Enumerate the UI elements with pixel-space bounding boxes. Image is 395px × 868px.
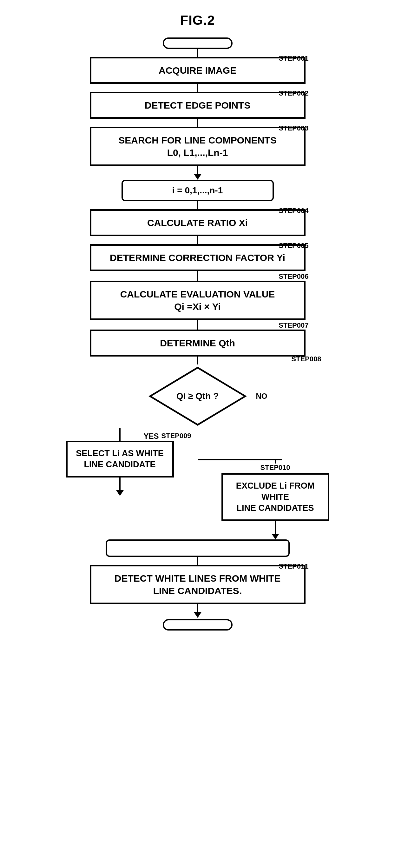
connector-11 [197,604,198,612]
connector-3 [197,119,198,127]
left-branch: STEP009 SELECT Li AS WHITELINE CANDIDATE [42,428,198,539]
detect-edge-box: DETECT EDGE POINTS [90,92,305,119]
step005-label: STEP005 [278,242,308,250]
step003-label: STEP003 [278,124,308,132]
step008-label: STEP008 [291,355,321,363]
right-connector-0 [275,460,276,464]
step007-area: STEP007 [87,320,309,330]
search-line-text: SEARCH FOR LINE COMPONENTSL0, L1,...,Ln-… [101,134,294,159]
step006-area: STEP006 [87,271,309,281]
figure-title: FIG.2 [180,13,215,28]
arrow-final [194,612,201,618]
connector-4 [197,166,198,174]
det-correction-box: DETERMINE CORRECTION FACTOR Yi [90,244,305,271]
exclude-li-text: EXCLUDE Li FROM WHITELINE CANDIDATES [229,480,321,514]
branch-connectors: STEP009 SELECT Li AS WHITELINE CANDIDATE… [42,428,353,539]
connector-10 [197,557,198,565]
page: FIG.2 STEP001 ACQUIRE IMAGE STEP002 DETE… [0,0,395,868]
step004-label: STEP004 [278,207,308,215]
search-line-box: SEARCH FOR LINE COMPONENTSL0, L1,...,Ln-… [90,127,305,166]
right-arrow [271,534,279,539]
left-connector-1 [119,428,121,441]
connector-2 [197,84,198,92]
no-label: NO [256,392,267,401]
acquire-image-box: ACQUIRE IMAGE [90,57,305,84]
step007-label: STEP007 [278,321,308,330]
connector-6 [197,236,198,244]
left-arrow [116,490,124,496]
branch-section: STEP008 Qi ≥ Qth ? NO YES [42,365,353,539]
calc-eval-box: CALCULATE EVALUATION VALUEQi =Xi × Yi [90,281,305,320]
connector-7 [197,271,198,281]
right-branch: STEP010 EXCLUDE Li FROM WHITELINE CANDID… [198,428,353,539]
connector-5 [197,201,198,209]
merge-area [106,539,290,557]
calc-eval-text: CALCULATE EVALUATION VALUEQi =Xi × Yi [101,288,294,313]
exclude-li-box: EXCLUDE Li FROM WHITELINE CANDIDATES [222,473,329,521]
start-box [163,37,233,49]
select-li-box: SELECT Li AS WHITELINE CANDIDATE [66,441,174,477]
diamond-area: STEP008 Qi ≥ Qth ? NO YES [42,365,353,428]
connector-1 [197,49,198,57]
step010-label-row: STEP010 [198,464,353,473]
left-connector-2 [119,477,121,490]
step006-label: STEP006 [278,272,308,281]
arrow-1 [194,174,201,180]
diamond-text: Qi ≥ Qth ? [176,390,219,402]
detect-white-box: DETECT WHITE LINES FROM WHITELINE CANDID… [90,565,305,604]
step011-label: STEP011 [278,562,308,570]
step010-label: STEP010 [260,464,290,472]
connector-9 [197,356,198,365]
right-connector-2 [275,521,276,534]
end-box [163,619,233,630]
step009-label: STEP009 [161,432,191,440]
merge-box [106,539,290,557]
detect-white-text: DETECT WHITE LINES FROM WHITELINE CANDID… [101,572,294,597]
loop-box: i = 0,1,...,n-1 [122,180,274,201]
select-li-text: SELECT Li AS WHITELINE CANDIDATE [74,448,166,470]
step001-label: STEP001 [278,54,308,63]
calc-ratio-box: CALCULATE RATIO Xi [90,209,305,236]
flowchart: STEP001 ACQUIRE IMAGE STEP002 DETECT EDG… [19,37,376,630]
diamond-container: Qi ≥ Qth ? NO YES [147,365,249,428]
connector-8 [197,320,198,330]
step002-label: STEP002 [278,89,308,97]
right-h-line [198,459,282,460]
det-qth-box: DETERMINE Qth [90,330,305,356]
